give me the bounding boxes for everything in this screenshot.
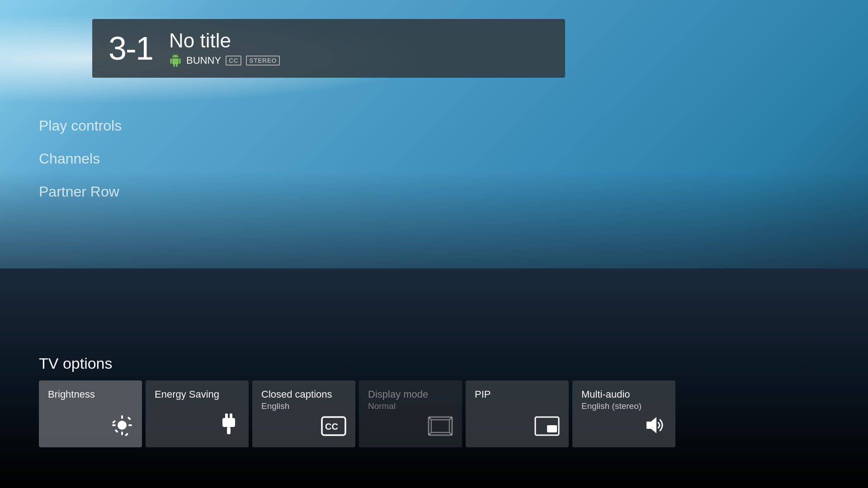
channel-title: No title <box>169 30 280 52</box>
tv-options-title: TV options <box>39 355 868 372</box>
sidebar-item-partner-row[interactable]: Partner Row <box>39 183 122 200</box>
svg-rect-12 <box>227 427 231 434</box>
option-sublabel-closed-captions: English <box>261 401 346 411</box>
cc-badge: CC <box>226 56 241 66</box>
svg-rect-5 <box>115 429 118 433</box>
option-card-pip[interactable]: PIP <box>466 380 569 447</box>
svg-rect-6 <box>127 417 131 420</box>
svg-rect-3 <box>112 424 116 426</box>
closed-captions-icon: CC <box>321 416 346 439</box>
multi-audio-icon <box>643 414 666 439</box>
svg-point-0 <box>118 421 127 430</box>
option-card-display-mode[interactable]: Display mode Normal <box>359 380 462 447</box>
svg-rect-22 <box>547 425 557 432</box>
svg-rect-1 <box>121 415 123 419</box>
svg-rect-4 <box>128 424 132 426</box>
svg-text:CC: CC <box>325 422 338 432</box>
sidebar-item-play-controls[interactable]: Play controls <box>39 117 122 134</box>
svg-rect-16 <box>431 420 449 432</box>
svg-rect-7 <box>112 420 116 424</box>
channel-number: 3-1 <box>108 30 153 67</box>
channel-meta: BUNNY CC STEREO <box>169 54 280 67</box>
stereo-badge: STEREO <box>246 56 280 66</box>
option-card-closed-captions[interactable]: Closed captions English CC <box>252 380 355 447</box>
option-sublabel-display-mode: Normal <box>368 401 453 411</box>
svg-rect-8 <box>125 433 128 436</box>
brightness-icon <box>111 414 133 439</box>
option-label-energy-saving: Energy Saving <box>155 389 240 400</box>
channel-source: BUNNY <box>186 55 221 66</box>
option-sublabel-multi-audio: English (stereo) <box>581 401 666 411</box>
option-card-energy-saving[interactable]: Energy Saving <box>146 380 249 447</box>
svg-rect-11 <box>222 418 235 427</box>
display-mode-icon <box>428 416 453 439</box>
android-icon <box>169 54 182 67</box>
option-label-brightness: Brightness <box>48 389 133 400</box>
sidebar: Play controls Channels Partner Row <box>39 117 122 200</box>
option-label-closed-captions: Closed captions <box>261 389 346 400</box>
channel-info: No title BUNNY CC STEREO <box>169 30 280 67</box>
energy-saving-icon <box>218 413 240 439</box>
option-card-brightness[interactable]: Brightness <box>39 380 142 447</box>
sidebar-item-channels[interactable]: Channels <box>39 150 122 167</box>
svg-rect-2 <box>121 432 123 435</box>
option-label-pip: PIP <box>475 389 560 400</box>
tv-options-section: TV options Brightness Energ <box>39 355 868 447</box>
option-label-multi-audio: Multi-audio <box>581 389 666 400</box>
options-grid: Brightness Energy Saving <box>39 380 868 447</box>
pip-icon <box>534 416 560 439</box>
option-label-display-mode: Display mode <box>368 389 453 400</box>
svg-marker-23 <box>646 417 656 433</box>
channel-banner: 3-1 No title BUNNY CC STEREO <box>92 19 565 78</box>
option-card-multi-audio[interactable]: Multi-audio English (stereo) <box>572 380 675 447</box>
